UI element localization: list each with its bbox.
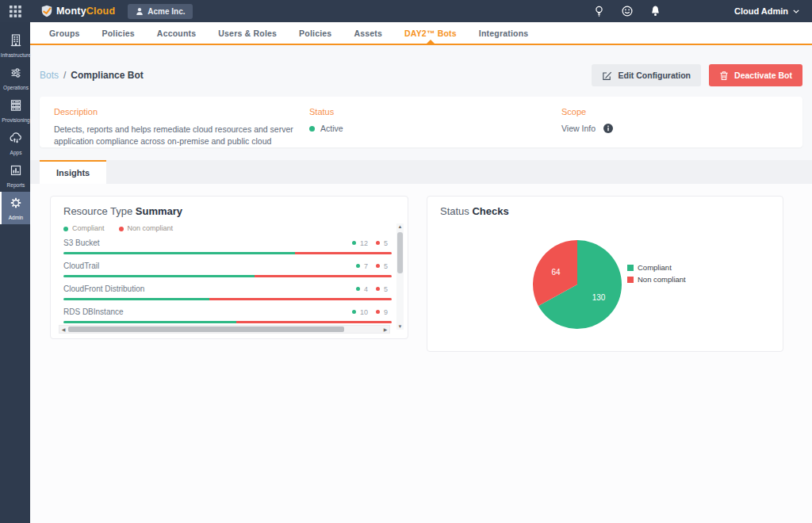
- trash-icon: [719, 71, 729, 81]
- description-label: Description: [54, 107, 309, 116]
- gear-icon: [9, 196, 23, 213]
- scope-section: Scope View Info: [561, 107, 788, 137]
- sidebar-item-provisioning[interactable]: Provisioning: [0, 94, 30, 127]
- status-checks-card: Status Checks 13064 CompliantNon complia…: [427, 196, 783, 352]
- app-launcher-icon[interactable]: [0, 0, 30, 22]
- montycloud-logo[interactable]: MontyCloud: [40, 5, 115, 17]
- breadcrumb: Bots / Compliance Bot: [40, 70, 144, 81]
- bar-chart-icon: [9, 163, 23, 181]
- sidebar-item-operations[interactable]: Operations: [0, 62, 30, 94]
- resource-list: S3 Bucket 12 5 CloudTrail 7 5 CloudFront…: [63, 235, 392, 329]
- resource-stacked-bar: [63, 298, 392, 300]
- view-info-link[interactable]: View Info: [561, 124, 788, 133]
- org-switcher-button[interactable]: Acme Inc.: [128, 4, 193, 19]
- sliders-icon: [9, 66, 23, 83]
- cloud-sync-icon: [9, 131, 23, 148]
- status-value: Active: [320, 124, 343, 133]
- edit-pencil-icon: [602, 71, 612, 81]
- insights-tab-strip: Insights: [30, 160, 812, 184]
- vertical-scrollbar[interactable]: ▲ ▼: [396, 223, 404, 330]
- sidebar-item-apps[interactable]: Apps: [0, 127, 30, 159]
- sidebar: Infrastructure Operations Provisioning A…: [0, 22, 30, 523]
- chevron-down-icon: [793, 10, 799, 13]
- nav-tab-assets[interactable]: Assets: [343, 22, 393, 44]
- scroll-right-arrow-icon[interactable]: ▶: [381, 326, 389, 332]
- resource-card-legend: CompliantNon compliant: [51, 217, 408, 232]
- horizontal-scrollbar[interactable]: ◀ ▶: [59, 325, 390, 334]
- scroll-left-arrow-icon[interactable]: ◀: [59, 326, 67, 332]
- breadcrumb-separator: /: [63, 70, 66, 81]
- status-active-dot: [309, 126, 315, 132]
- resource-row: RDS DBInstance 10 9: [63, 304, 392, 327]
- scroll-down-arrow-icon[interactable]: ▼: [398, 323, 403, 330]
- insights-panel: Resource Type Summary CompliantNon compl…: [30, 184, 812, 523]
- sidebar-items: Infrastructure Operations Provisioning A…: [0, 29, 30, 224]
- edit-configuration-button[interactable]: Edit Configuration: [592, 64, 701, 86]
- resource-counts: 10 9: [352, 308, 392, 316]
- feedback-smiley-icon[interactable]: [621, 5, 634, 17]
- resource-label: RDS DBInstance: [63, 307, 124, 316]
- resource-label: S3 Bucket: [63, 239, 100, 247]
- topbar-icon-group: [593, 5, 661, 17]
- deactivate-bot-button[interactable]: Deactivate Bot: [709, 64, 802, 86]
- main-content: Bots / Compliance Bot Edit Configuration: [30, 45, 812, 523]
- sidebar-item-reports[interactable]: Reports: [0, 159, 30, 192]
- description-text: Detects, reports and helps remediate clo…: [54, 124, 309, 147]
- nav-tab-users-roles[interactable]: Users & Roles: [207, 22, 288, 44]
- bot-info-card: Description Detects, reports and helps r…: [40, 97, 802, 147]
- pie-legend: CompliantNon compliant: [627, 263, 686, 284]
- resource-label: CloudTrail: [63, 262, 99, 270]
- user-role-label: Cloud Admin: [734, 6, 788, 16]
- resource-row: CloudTrail 7 5: [63, 258, 392, 281]
- resource-label: CloudFront Distribution: [63, 284, 144, 293]
- shield-logo-icon: [40, 5, 53, 17]
- status-card-title: Status Checks: [427, 197, 783, 217]
- svg-text:130: 130: [592, 293, 606, 302]
- nav-tab-policies-2[interactable]: Policies: [288, 22, 343, 44]
- building-icon: [9, 33, 23, 51]
- person-icon: [136, 7, 144, 16]
- info-icon: [603, 124, 613, 133]
- resource-type-summary-card: Resource Type Summary CompliantNon compl…: [50, 196, 408, 339]
- notifications-bell-icon[interactable]: [649, 5, 661, 17]
- top-bar: MontyCloud Acme Inc. Cloud Admin: [0, 0, 812, 22]
- logo-text: MontyCloud: [56, 6, 115, 17]
- tab-insights[interactable]: Insights: [40, 160, 106, 184]
- nav-tab-accounts[interactable]: Accounts: [146, 22, 207, 44]
- breadcrumb-bots-link[interactable]: Bots: [40, 70, 59, 81]
- horizontal-scroll-thumb[interactable]: [68, 326, 344, 332]
- nav-tab-integrations[interactable]: Integrations: [468, 22, 540, 44]
- page-header: Bots / Compliance Bot Edit Configuration: [40, 64, 802, 86]
- org-name: Acme Inc.: [147, 7, 185, 16]
- resource-card-title: Resource Type Summary: [51, 197, 408, 217]
- resource-counts: 12 5: [352, 239, 392, 247]
- resource-row: CloudFront Distribution 4 5: [63, 281, 392, 304]
- nav-tab-day2-bots[interactable]: DAY2™ Bots: [393, 22, 468, 44]
- resource-stacked-bar: [63, 275, 392, 277]
- pie-legend-item: Compliant: [627, 263, 686, 272]
- sidebar-item-infrastructure[interactable]: Infrastructure: [0, 29, 30, 62]
- pie-legend-item: Non compliant: [627, 275, 686, 284]
- description-section: Description Detects, reports and helps r…: [54, 107, 309, 137]
- sidebar-item-admin[interactable]: Admin: [0, 192, 30, 224]
- scroll-up-arrow-icon[interactable]: ▲: [398, 223, 403, 230]
- resource-counts: 7 5: [356, 262, 392, 270]
- user-menu[interactable]: Cloud Admin: [734, 6, 799, 16]
- legend-item: Non compliant: [119, 224, 174, 232]
- status-label: Status: [309, 107, 561, 116]
- nav-tab-groups[interactable]: Groups: [38, 22, 91, 44]
- status-pie-chart: 13064: [530, 237, 625, 332]
- waffle-grid-icon: [10, 6, 21, 17]
- resource-counts: 4 5: [356, 285, 392, 293]
- legend-item: Compliant: [63, 224, 105, 232]
- resource-stacked-bar: [63, 252, 392, 254]
- resource-row: S3 Bucket 12 5: [63, 235, 392, 258]
- page-title: Compliance Bot: [71, 70, 143, 81]
- lightbulb-icon[interactable]: [593, 5, 605, 17]
- nav-tab-bar: GroupsPoliciesAccountsUsers & RolesPolic…: [30, 22, 812, 45]
- vertical-scroll-thumb[interactable]: [397, 232, 403, 273]
- svg-text:64: 64: [551, 268, 561, 277]
- nav-tab-policies[interactable]: Policies: [91, 22, 146, 44]
- resource-stacked-bar: [63, 321, 392, 323]
- server-list-icon: [9, 98, 23, 116]
